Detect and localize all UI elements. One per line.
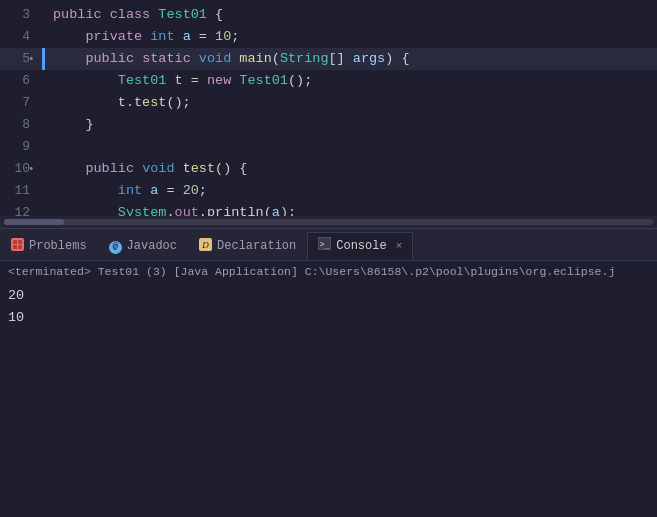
- svg-text:D: D: [201, 240, 209, 250]
- line-number: 11: [0, 180, 42, 202]
- tab-label: Javadoc: [127, 239, 177, 253]
- bottom-tabs-bar: Problems@JavadocDDeclaration>_Console×: [0, 228, 657, 260]
- code-line-5: 5 public static void main(String[] args)…: [0, 48, 657, 70]
- status-bar: <terminated> Test01 (3) [Java Applicatio…: [0, 260, 657, 282]
- line-border: [42, 136, 45, 158]
- scrollbar-thumb: [4, 219, 64, 225]
- line-number: 10: [0, 158, 42, 180]
- code-text: int a = 20;: [45, 180, 207, 202]
- code-text: private int a = 10;: [45, 26, 239, 48]
- line-number: 4: [0, 26, 42, 48]
- problems-icon: [11, 238, 24, 255]
- horizontal-scrollbar[interactable]: [0, 216, 657, 228]
- code-line-8: 8 }: [0, 114, 657, 136]
- console-icon: >_: [318, 237, 331, 254]
- svg-rect-1: [13, 240, 17, 244]
- code-text: }: [45, 114, 94, 136]
- tab-problems[interactable]: Problems: [0, 232, 98, 260]
- tab-declaration[interactable]: DDeclaration: [188, 232, 307, 260]
- code-text: public static void main(String[] args) {: [45, 48, 410, 70]
- tab-label: Problems: [29, 239, 87, 253]
- code-editor: 3public class Test01 {4 private int a = …: [0, 0, 657, 228]
- svg-text:>_: >_: [320, 240, 330, 249]
- console-line: 20: [8, 286, 649, 306]
- tab-label: Console: [336, 239, 386, 253]
- code-line-10: 10 public void test() {: [0, 158, 657, 180]
- javadoc-icon: @: [109, 239, 122, 254]
- line-number: 12: [0, 202, 42, 216]
- code-text: System.out.println(a);: [45, 202, 296, 216]
- declaration-icon: D: [199, 238, 212, 255]
- code-text: public class Test01 {: [45, 4, 223, 26]
- scrollbar-track: [4, 219, 653, 225]
- code-line-11: 11 int a = 20;: [0, 180, 657, 202]
- tab-console[interactable]: >_Console×: [307, 232, 413, 260]
- code-text: Test01 t = new Test01();: [45, 70, 312, 92]
- code-text: public void test() {: [45, 158, 247, 180]
- svg-rect-2: [18, 240, 22, 244]
- tab-label: Declaration: [217, 239, 296, 253]
- status-text: <terminated> Test01 (3) [Java Applicatio…: [8, 265, 615, 278]
- code-line-3: 3public class Test01 {: [0, 4, 657, 26]
- line-number: 5: [0, 48, 42, 70]
- line-number: 9: [0, 136, 42, 158]
- code-line-7: 7 t.test();: [0, 92, 657, 114]
- svg-rect-3: [13, 245, 17, 249]
- svg-rect-0: [11, 238, 24, 251]
- svg-rect-4: [18, 245, 22, 249]
- code-line-6: 6 Test01 t = new Test01();: [0, 70, 657, 92]
- line-number: 3: [0, 4, 42, 26]
- code-line-12: 12 System.out.println(a);: [0, 202, 657, 216]
- console-line: 10: [8, 308, 649, 328]
- console-output: 2010: [0, 282, 657, 518]
- line-number: 7: [0, 92, 42, 114]
- line-number: 8: [0, 114, 42, 136]
- tab-javadoc[interactable]: @Javadoc: [98, 232, 188, 260]
- code-text: t.test();: [45, 92, 191, 114]
- line-number: 6: [0, 70, 42, 92]
- code-line-9: 9: [0, 136, 657, 158]
- tab-close-button[interactable]: ×: [396, 240, 403, 252]
- code-line-4: 4 private int a = 10;: [0, 26, 657, 48]
- code-content: 3public class Test01 {4 private int a = …: [0, 0, 657, 216]
